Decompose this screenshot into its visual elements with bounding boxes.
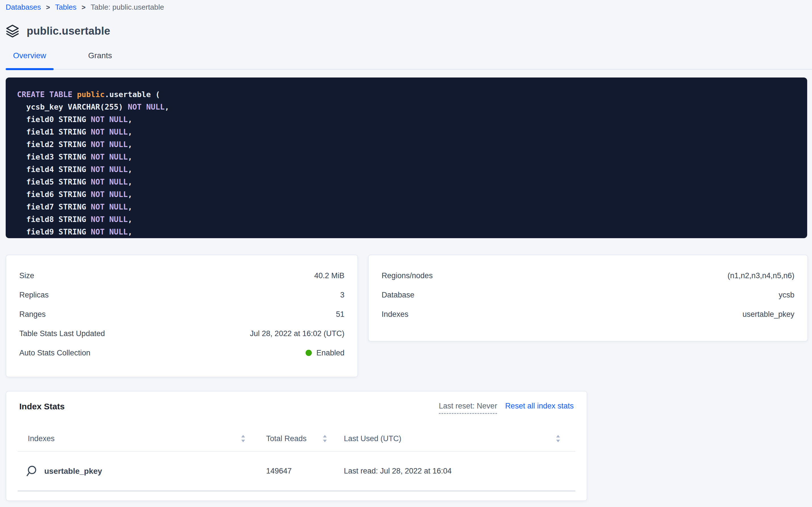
sql-code-line: ycsb_key VARCHAR(255) NOT NULL,	[17, 101, 796, 113]
tab-grants[interactable]: Grants	[81, 51, 119, 69]
status-dot-icon	[306, 350, 312, 356]
last-reset-label: Last reset: Never	[439, 402, 497, 414]
stat-row: Databaseycsb	[382, 285, 795, 304]
breadcrumb-separator-icon: >	[81, 3, 85, 11]
index-name-cell: usertable_pkey	[17, 465, 264, 477]
breadcrumb-link[interactable]: Databases	[6, 3, 41, 12]
tab-bar: Overview Grants	[6, 51, 812, 69]
index-stats-card: Index Stats Last reset: Never Reset all …	[6, 391, 587, 501]
table-stats-card: Size40.2 MiBReplicas3Ranges51Table Stats…	[6, 255, 358, 377]
stat-row: Table Stats Last UpdatedJul 28, 2022 at …	[19, 324, 345, 343]
reset-index-stats-link[interactable]: Reset all index stats	[505, 402, 574, 410]
stat-value: Enabled	[306, 349, 345, 357]
stat-row: Indexesusertable_pkey	[382, 304, 795, 324]
stat-row: Replicas3	[19, 285, 345, 304]
stat-row: Auto Stats CollectionEnabled	[19, 343, 345, 362]
index-stats-actions: Last reset: Never Reset all index stats	[439, 402, 574, 414]
table-meta-card: Regions/nodes(n1,n2,n3,n4,n5,n6)Database…	[368, 255, 808, 341]
stat-label: Indexes	[382, 310, 409, 319]
stat-label: Table Stats Last Updated	[19, 329, 105, 338]
sql-code-line: field3 STRING NOT NULL,	[17, 151, 796, 163]
breadcrumb-separator-icon: >	[46, 3, 50, 11]
page-title-row: public.usertable	[6, 24, 812, 38]
page-title: public.usertable	[27, 25, 110, 37]
column-header-last-used-utc-[interactable]: Last Used (UTC)	[344, 434, 575, 443]
column-header-label: Total Reads	[266, 434, 307, 443]
sort-arrows-icon[interactable]	[322, 434, 328, 443]
table-row: usertable_pkey149647Last read: Jul 28, 2…	[17, 452, 575, 491]
stat-row: Ranges51	[19, 304, 345, 324]
column-header-label: Indexes	[28, 434, 55, 443]
create-table-sql: CREATE TABLE public.usertable ( ycsb_key…	[6, 77, 807, 238]
stats-cards-row: Size40.2 MiBReplicas3Ranges51Table Stats…	[6, 255, 808, 377]
sql-code-line: field8 STRING NOT NULL,	[17, 213, 796, 226]
sql-code-line: field6 STRING NOT NULL,	[17, 188, 796, 201]
stat-label: Replicas	[19, 291, 49, 299]
column-header-label: Last Used (UTC)	[344, 434, 401, 443]
stat-value: usertable_pkey	[743, 310, 795, 319]
stat-label: Regions/nodes	[382, 271, 433, 280]
stat-value: Jul 28, 2022 at 16:02 (UTC)	[250, 329, 345, 338]
sql-code-line: field1 STRING NOT NULL,	[17, 126, 796, 138]
index-stats-table-header: IndexesTotal ReadsLast Used (UTC)	[17, 426, 575, 452]
layers-icon	[6, 24, 19, 38]
stat-value: 51	[336, 310, 345, 319]
last-used-cell: Last read: Jul 28, 2022 at 16:04	[344, 467, 575, 475]
stat-value: 40.2 MiB	[314, 271, 345, 280]
breadcrumb-current: Table: public.usertable	[91, 3, 164, 12]
table-details-page: Databases>Tables>Table: public.usertable…	[0, 0, 812, 501]
sql-code-line: field0 STRING NOT NULL,	[17, 113, 796, 126]
stat-value: 3	[340, 291, 345, 299]
tab-overview[interactable]: Overview	[6, 51, 54, 69]
sql-code-line: field7 STRING NOT NULL,	[17, 201, 796, 213]
breadcrumb-link[interactable]: Tables	[55, 3, 76, 12]
stat-label: Auto Stats Collection	[19, 349, 90, 357]
sql-code-line: field2 STRING NOT NULL,	[17, 138, 796, 151]
index-name-link[interactable]: usertable_pkey	[44, 467, 102, 476]
index-stats-table: IndexesTotal ReadsLast Used (UTC) userta…	[17, 426, 575, 491]
index-stats-title: Index Stats	[19, 402, 65, 411]
sql-code-line: CREATE TABLE public.usertable (	[17, 88, 796, 101]
sort-arrows-icon[interactable]	[555, 434, 561, 443]
stat-label: Database	[382, 291, 415, 299]
stat-value: ycsb	[778, 291, 795, 299]
stat-value: (n1,n2,n3,n4,n5,n6)	[728, 271, 795, 280]
index-magnifier-icon	[25, 465, 38, 477]
sql-code-line: field5 STRING NOT NULL,	[17, 176, 796, 188]
index-stats-header: Index Stats Last reset: Never Reset all …	[19, 402, 574, 417]
stat-label: Ranges	[19, 310, 46, 319]
column-header-total-reads[interactable]: Total Reads	[264, 434, 344, 443]
stat-row: Regions/nodes(n1,n2,n3,n4,n5,n6)	[382, 266, 795, 285]
sql-code-line: field4 STRING NOT NULL,	[17, 163, 796, 176]
sql-code-line: field9 STRING NOT NULL,	[17, 226, 796, 238]
index-stats-table-body: usertable_pkey149647Last read: Jul 28, 2…	[17, 452, 575, 491]
breadcrumb: Databases>Tables>Table: public.usertable	[6, 0, 812, 12]
total-reads-cell: 149647	[264, 467, 344, 475]
column-header-indexes[interactable]: Indexes	[17, 434, 264, 443]
stat-row: Size40.2 MiB	[19, 266, 345, 285]
stat-label: Size	[19, 271, 34, 280]
sort-arrows-icon[interactable]	[240, 434, 246, 443]
